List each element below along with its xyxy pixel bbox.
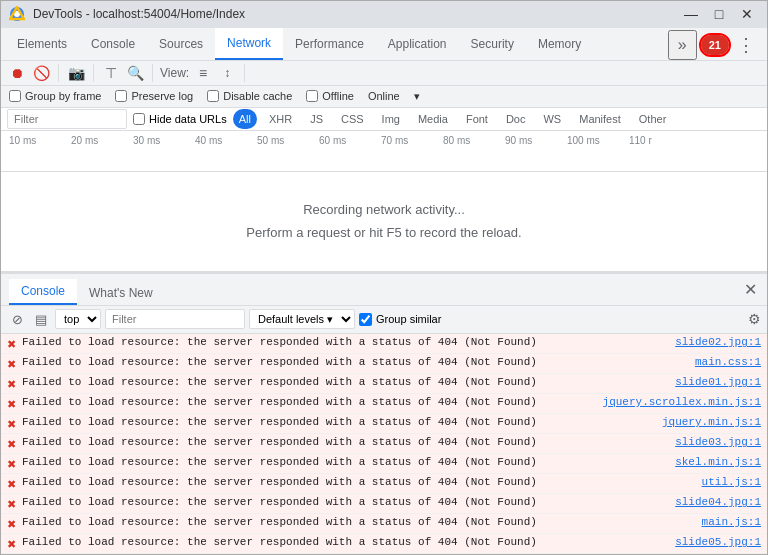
filter-ws-button[interactable]: WS — [537, 109, 567, 129]
timeline-ruler: 10 ms 20 ms 30 ms 40 ms 50 ms 60 ms 70 m… — [1, 131, 767, 146]
log-source[interactable]: jquery.scrollex.min.js:1 — [603, 396, 761, 408]
console-close-button[interactable]: ✕ — [740, 276, 761, 303]
log-source[interactable]: slide05.jpg:1 — [675, 536, 761, 548]
level-selector[interactable]: Default levels ▾ — [249, 309, 355, 329]
filter-media-button[interactable]: Media — [412, 109, 454, 129]
log-source[interactable]: main.css:1 — [695, 356, 761, 368]
log-message: Failed to load resource: the server resp… — [22, 456, 669, 468]
disable-cache-checkbox[interactable] — [207, 90, 219, 102]
preserve-log-option[interactable]: Preserve log — [115, 90, 193, 102]
tick-10ms: 10 ms — [9, 135, 71, 146]
filter-js-button[interactable]: JS — [304, 109, 329, 129]
log-source[interactable]: jquery.min.js:1 — [662, 416, 761, 428]
tab-elements[interactable]: Elements — [5, 28, 79, 60]
tab-memory[interactable]: Memory — [526, 28, 593, 60]
tab-network[interactable]: Network — [215, 28, 283, 60]
console-tab-console[interactable]: Console — [9, 279, 77, 305]
error-badge: 21 — [701, 35, 729, 55]
log-message: Failed to load resource: the server resp… — [22, 516, 696, 528]
tab-security[interactable]: Security — [459, 28, 526, 60]
f5-key: F5 — [387, 225, 402, 240]
throttle-icon[interactable]: ▾ — [414, 90, 420, 103]
console-clear-button[interactable]: ⊘ — [7, 309, 27, 329]
list-view-button[interactable]: ≡ — [193, 63, 213, 83]
tree-view-button[interactable]: ↕ — [217, 63, 237, 83]
filter-xhr-button[interactable]: XHR — [263, 109, 298, 129]
nav-right: » 21 ⋮ — [668, 30, 767, 60]
preserve-log-label: Preserve log — [131, 90, 193, 102]
clear-button[interactable]: 🚫 — [31, 63, 51, 83]
console-tab-whats-new[interactable]: What's New — [77, 281, 165, 305]
group-by-frame-checkbox[interactable] — [9, 90, 21, 102]
log-source[interactable]: main.js:1 — [702, 516, 761, 528]
console-settings-button[interactable]: ⚙ — [748, 311, 761, 327]
tick-40ms: 40 ms — [195, 135, 257, 146]
console-sidebar-button[interactable]: ▤ — [31, 309, 51, 329]
context-selector[interactable]: top — [55, 309, 101, 329]
log-source[interactable]: slide02.jpg:1 — [675, 336, 761, 348]
filter-doc-button[interactable]: Doc — [500, 109, 532, 129]
console-log[interactable]: ✖ Failed to load resource: the server re… — [1, 334, 767, 554]
tick-100ms: 100 ms — [567, 135, 629, 146]
error-icon: ✖ — [7, 458, 16, 471]
tab-sources[interactable]: Sources — [147, 28, 215, 60]
toolbar-separator-2 — [93, 64, 94, 82]
console-filter-input[interactable] — [105, 309, 245, 329]
log-entry: ✖ Failed to load resource: the server re… — [1, 514, 767, 534]
filter-img-button[interactable]: Img — [376, 109, 406, 129]
disable-cache-label: Disable cache — [223, 90, 292, 102]
group-by-frame-label: Group by frame — [25, 90, 101, 102]
filter-all-button[interactable]: All — [233, 109, 257, 129]
filter-row: Hide data URLs All XHR JS CSS Img Media … — [1, 108, 767, 132]
window-controls: — □ ✕ — [679, 2, 759, 26]
close-button[interactable]: ✕ — [735, 2, 759, 26]
log-source[interactable]: skel.min.js:1 — [675, 456, 761, 468]
error-icon: ✖ — [7, 498, 16, 511]
maximize-button[interactable]: □ — [707, 2, 731, 26]
log-source[interactable]: slide01.jpg:1 — [675, 376, 761, 388]
options-row: Group by frame Preserve log Disable cach… — [1, 86, 767, 108]
log-message: Failed to load resource: the server resp… — [22, 416, 656, 428]
log-message: Failed to load resource: the server resp… — [22, 396, 597, 408]
log-message: Failed to load resource: the server resp… — [22, 476, 696, 488]
filter-manifest-button[interactable]: Manifest — [573, 109, 627, 129]
log-entry: ✖ Failed to load resource: the server re… — [1, 454, 767, 474]
group-by-frame-option[interactable]: Group by frame — [9, 90, 101, 102]
devtools-window: DevTools - localhost:54004/Home/Index — … — [0, 0, 768, 555]
log-source[interactable]: slide03.jpg:1 — [675, 436, 761, 448]
offline-option[interactable]: Offline — [306, 90, 354, 102]
tick-60ms: 60 ms — [319, 135, 381, 146]
hide-data-urls-checkbox[interactable] — [133, 113, 145, 125]
group-similar-checkbox[interactable] — [359, 313, 372, 326]
tab-performance[interactable]: Performance — [283, 28, 376, 60]
tab-console[interactable]: Console — [79, 28, 147, 60]
minimize-button[interactable]: — — [679, 2, 703, 26]
offline-checkbox[interactable] — [306, 90, 318, 102]
filter-css-button[interactable]: CSS — [335, 109, 370, 129]
record-button[interactable]: ⏺ — [7, 63, 27, 83]
console-tab-bar: Console What's New ✕ — [1, 274, 767, 306]
disable-cache-option[interactable]: Disable cache — [207, 90, 292, 102]
search-button[interactable]: 🔍 — [125, 63, 145, 83]
filter-toggle-button[interactable]: ⊤ — [101, 63, 121, 83]
online-label: Online — [368, 90, 400, 102]
preserve-log-checkbox[interactable] — [115, 90, 127, 102]
tick-20ms: 20 ms — [71, 135, 133, 146]
filter-font-button[interactable]: Font — [460, 109, 494, 129]
log-source[interactable]: slide04.jpg:1 — [675, 496, 761, 508]
log-entry: ✖ Failed to load resource: the server re… — [1, 494, 767, 514]
toolbar-separator-1 — [58, 64, 59, 82]
filter-input[interactable] — [7, 109, 127, 129]
filter-other-button[interactable]: Other — [633, 109, 673, 129]
hide-data-urls-option[interactable]: Hide data URLs — [133, 113, 227, 125]
group-similar-option[interactable]: Group similar — [359, 313, 441, 326]
tick-80ms: 80 ms — [443, 135, 505, 146]
devtools-menu-button[interactable]: ⋮ — [733, 32, 759, 58]
timeline: 10 ms 20 ms 30 ms 40 ms 50 ms 60 ms 70 m… — [1, 131, 767, 171]
log-source[interactable]: util.js:1 — [702, 476, 761, 488]
more-tabs-button[interactable]: » — [668, 30, 697, 60]
tab-application[interactable]: Application — [376, 28, 459, 60]
group-similar-label: Group similar — [376, 313, 441, 325]
camera-button[interactable]: 📷 — [66, 63, 86, 83]
error-icon: ✖ — [7, 518, 16, 531]
